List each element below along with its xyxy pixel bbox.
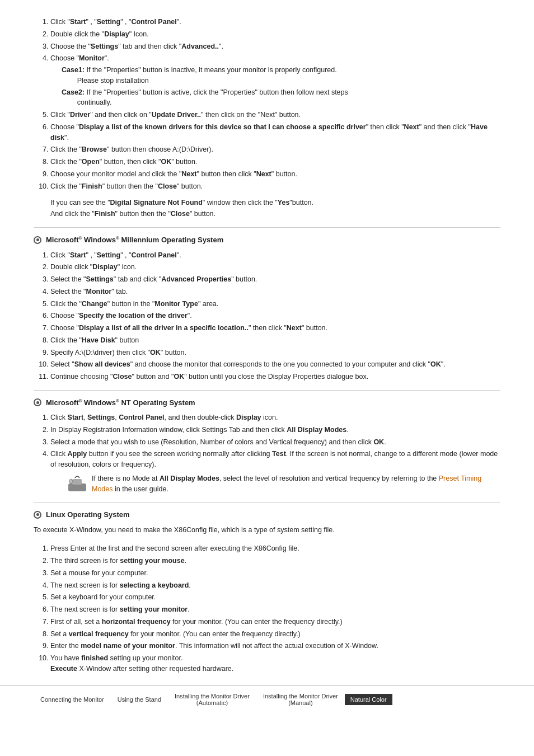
- list-item: The third screen is for setting your mou…: [50, 556, 500, 566]
- winnt-list: Click Start, Settings, Control Panel, an…: [34, 412, 500, 494]
- list-item: Select the "Monitor" tab.: [50, 287, 500, 297]
- list-item: Set a keyboard for your computer.: [50, 592, 500, 603]
- linux-header: Linux Operating System: [34, 510, 500, 519]
- list-item: Click the "Finish" button then the "Clos…: [50, 181, 500, 192]
- winnt-title: Microsoft® Windows® NT Operating System: [46, 398, 195, 407]
- list-item: Choose "Display a list of all the driver…: [50, 323, 500, 334]
- list-item: Specify A:\(D:\driver) then click "OK" b…: [50, 348, 500, 358]
- footer-natural-color[interactable]: Natural Color: [345, 694, 392, 705]
- winme-header: Microsoft® Windows® Millennium Operating…: [34, 236, 500, 244]
- case-list: Case1: If the "Properties" button is ina…: [50, 65, 500, 108]
- list-item: Select "Show all devices" and choose the…: [50, 359, 500, 370]
- list-item: Double click "Display" icon.: [50, 262, 500, 273]
- footer: Connecting the Monitor Using the Stand I…: [0, 685, 534, 713]
- note-icon: [67, 473, 87, 494]
- list-item: In Display Registration Information wind…: [50, 425, 500, 435]
- list-item: Click the "Open" button, then click "OK"…: [50, 157, 500, 167]
- winme-title: Microsoft® Windows® Millennium Operating…: [46, 236, 223, 244]
- linux-title: Linux Operating System: [46, 510, 130, 519]
- list-item: Click Apply button if you see the screen…: [50, 449, 500, 494]
- svg-rect-1: [73, 479, 82, 485]
- list-item: Click "Driver" and then click on "Update…: [50, 110, 500, 120]
- list-item: Set a vertical frequency for your monito…: [50, 629, 500, 640]
- list-item: Click the "Change" button in the "Monito…: [50, 299, 500, 309]
- list-item: Enter the model name of your monitor. Th…: [50, 641, 500, 651]
- svg-point-2: [69, 479, 73, 483]
- footer-auto[interactable]: Installing the Monitor Driver(Automatic): [168, 691, 256, 708]
- divider-2: [34, 390, 500, 391]
- list-item: Select a mode that you wish to use (Reso…: [50, 437, 500, 448]
- list-item: Click "Start" , "Setting" , "Control Pan…: [50, 17, 500, 27]
- list-item: Set a mouse for your computer.: [50, 568, 500, 579]
- list-item: Click Start, Settings, Control Panel, an…: [50, 412, 500, 423]
- section-icon: [34, 398, 41, 406]
- section-icon: [34, 236, 41, 244]
- note-text: If there is no Mode at All Display Modes…: [92, 473, 500, 495]
- case1: Case1: If the "Properties" button is ina…: [62, 65, 500, 86]
- section-winnt: Microsoft® Windows® NT Operating System …: [34, 398, 500, 495]
- list-item: Continue choosing "Close" button and "OK…: [50, 372, 500, 382]
- list-item: The next screen is for selecting a keybo…: [50, 580, 500, 591]
- note-icon-block: If there is no Mode at All Display Modes…: [67, 473, 500, 495]
- section-linux: Linux Operating System To execute X-Wind…: [34, 510, 500, 674]
- list-item: The next screen is for setting your moni…: [50, 604, 500, 615]
- linux-intro: To execute X-Window, you need to make th…: [34, 524, 500, 536]
- list-item: Choose the "Settings" tab and then click…: [50, 41, 500, 52]
- list-item: Choose "Display a list of the known driv…: [50, 122, 500, 143]
- section-winme: Microsoft® Windows® Millennium Operating…: [34, 236, 500, 382]
- divider-1: [34, 227, 500, 228]
- divider-3: [34, 502, 500, 503]
- list-item: Click the "Browse" button then choose A:…: [50, 144, 500, 155]
- winme-list: Click "Start" , "Setting" , "Control Pan…: [34, 250, 500, 382]
- case2: Case2: If the "Properties" button is act…: [62, 87, 500, 109]
- list-item: Press Enter at the first and the second …: [50, 543, 500, 554]
- footer-manual[interactable]: Installing the Monitor Driver(Manual): [256, 691, 345, 708]
- list-item: Double click the "Display" Icon.: [50, 29, 500, 40]
- list-item: Click "Start" , "Setting" , "Control Pan…: [50, 250, 500, 261]
- list-item: You have finished setting up your monito…: [50, 653, 500, 674]
- list-item: Choose "Monitor". Case1: If the "Propert…: [50, 53, 500, 108]
- section-win98: Click "Start" , "Setting" , "Control Pan…: [34, 17, 500, 219]
- list-item: Choose "Specify the location of the driv…: [50, 311, 500, 321]
- win98-note: If you can see the "Digital Signature No…: [50, 197, 500, 219]
- footer-connecting[interactable]: Connecting the Monitor: [34, 694, 111, 705]
- winnt-header: Microsoft® Windows® NT Operating System: [34, 398, 500, 407]
- main-content: Click "Start" , "Setting" , "Control Pan…: [0, 0, 534, 674]
- preset-timing-link[interactable]: Preset Timing Modes: [92, 475, 481, 493]
- svg-rect-0: [68, 483, 86, 491]
- section-icon: [34, 511, 41, 519]
- list-item: Select the "Settings" tab and click "Adv…: [50, 274, 500, 285]
- list-item: Choose your monitor model and click the …: [50, 169, 500, 180]
- list-item: Click the "Have Disk" button: [50, 335, 500, 346]
- list-item: First of all, set a horizontal frequency…: [50, 617, 500, 627]
- win98-list: Click "Start" , "Setting" , "Control Pan…: [34, 17, 500, 191]
- footer-stand[interactable]: Using the Stand: [111, 694, 168, 705]
- linux-list: Press Enter at the first and the second …: [34, 543, 500, 674]
